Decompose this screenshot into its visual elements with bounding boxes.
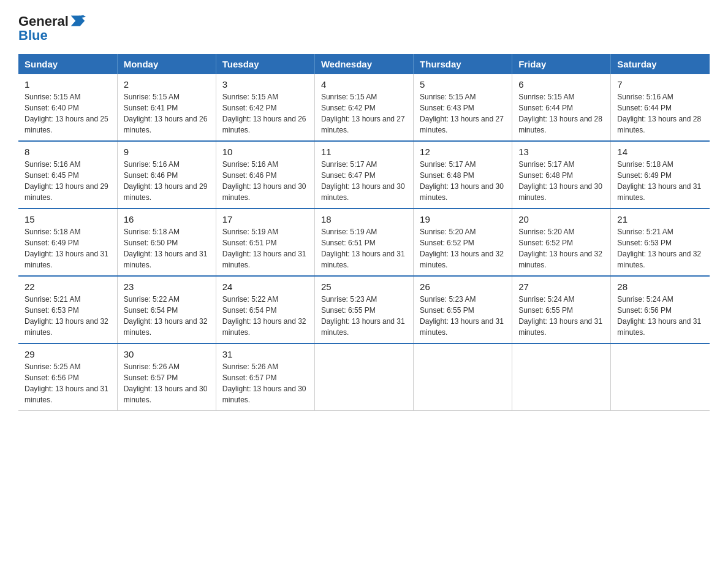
day-number: 17 bbox=[222, 214, 308, 224]
day-cell: 24 Sunrise: 5:22 AMSunset: 6:54 PMDaylig… bbox=[216, 276, 314, 343]
day-info: Sunrise: 5:15 AMSunset: 6:42 PMDaylight:… bbox=[321, 93, 405, 134]
day-number: 28 bbox=[617, 282, 703, 292]
day-number: 20 bbox=[518, 214, 604, 224]
header-cell-monday: Monday bbox=[117, 54, 216, 74]
day-info: Sunrise: 5:22 AMSunset: 6:54 PMDaylight:… bbox=[222, 295, 306, 337]
day-info: Sunrise: 5:21 AMSunset: 6:53 PMDaylight:… bbox=[25, 295, 108, 337]
day-info: Sunrise: 5:15 AMSunset: 6:42 PMDaylight:… bbox=[222, 93, 306, 134]
day-cell: 9 Sunrise: 5:16 AMSunset: 6:46 PMDayligh… bbox=[117, 141, 216, 209]
day-cell: 6 Sunrise: 5:15 AMSunset: 6:44 PMDayligh… bbox=[512, 74, 611, 141]
day-info: Sunrise: 5:23 AMSunset: 6:55 PMDaylight:… bbox=[420, 295, 504, 337]
day-cell: 2 Sunrise: 5:15 AMSunset: 6:41 PMDayligh… bbox=[117, 74, 216, 141]
day-number: 5 bbox=[420, 79, 506, 90]
day-info: Sunrise: 5:24 AMSunset: 6:56 PMDaylight:… bbox=[617, 295, 701, 337]
week-row-5: 29 Sunrise: 5:25 AMSunset: 6:56 PMDaylig… bbox=[18, 343, 710, 411]
day-number: 19 bbox=[420, 214, 506, 224]
day-info: Sunrise: 5:16 AMSunset: 6:46 PMDaylight:… bbox=[222, 160, 306, 202]
day-info: Sunrise: 5:20 AMSunset: 6:52 PMDaylight:… bbox=[420, 228, 504, 269]
day-number: 23 bbox=[124, 282, 210, 292]
header-cell-sunday: Sunday bbox=[18, 54, 117, 74]
day-cell: 13 Sunrise: 5:17 AMSunset: 6:48 PMDaylig… bbox=[512, 141, 611, 209]
day-number: 25 bbox=[321, 282, 407, 292]
day-info: Sunrise: 5:21 AMSunset: 6:53 PMDaylight:… bbox=[617, 228, 701, 269]
header-cell-thursday: Thursday bbox=[414, 54, 512, 74]
day-number: 14 bbox=[617, 147, 703, 157]
day-cell: 31 Sunrise: 5:26 AMSunset: 6:57 PMDaylig… bbox=[216, 343, 314, 411]
day-number: 10 bbox=[222, 147, 308, 157]
day-number: 2 bbox=[124, 79, 210, 90]
day-cell: 10 Sunrise: 5:16 AMSunset: 6:46 PMDaylig… bbox=[216, 141, 314, 209]
day-number: 22 bbox=[25, 282, 111, 292]
week-row-1: 1 Sunrise: 5:15 AMSunset: 6:40 PMDayligh… bbox=[18, 74, 710, 141]
day-cell: 16 Sunrise: 5:18 AMSunset: 6:50 PMDaylig… bbox=[117, 209, 216, 276]
calendar-header: SundayMondayTuesdayWednesdayThursdayFrid… bbox=[18, 54, 710, 74]
day-info: Sunrise: 5:18 AMSunset: 6:49 PMDaylight:… bbox=[25, 228, 108, 269]
header-cell-saturday: Saturday bbox=[611, 54, 710, 74]
day-cell bbox=[611, 343, 710, 411]
page-header: General Blue bbox=[18, 12, 710, 43]
day-info: Sunrise: 5:17 AMSunset: 6:48 PMDaylight:… bbox=[518, 160, 602, 202]
day-info: Sunrise: 5:22 AMSunset: 6:54 PMDaylight:… bbox=[124, 295, 208, 337]
day-number: 18 bbox=[321, 214, 407, 224]
day-info: Sunrise: 5:15 AMSunset: 6:41 PMDaylight:… bbox=[124, 93, 208, 134]
day-cell: 11 Sunrise: 5:17 AMSunset: 6:47 PMDaylig… bbox=[314, 141, 413, 209]
day-info: Sunrise: 5:25 AMSunset: 6:56 PMDaylight:… bbox=[25, 362, 108, 404]
day-number: 6 bbox=[518, 79, 604, 90]
day-number: 24 bbox=[222, 282, 308, 292]
day-cell: 4 Sunrise: 5:15 AMSunset: 6:42 PMDayligh… bbox=[314, 74, 413, 141]
day-number: 3 bbox=[222, 79, 308, 90]
day-number: 4 bbox=[321, 79, 407, 90]
day-cell: 7 Sunrise: 5:16 AMSunset: 6:44 PMDayligh… bbox=[611, 74, 710, 141]
day-cell bbox=[314, 343, 413, 411]
day-cell: 18 Sunrise: 5:19 AMSunset: 6:51 PMDaylig… bbox=[314, 209, 413, 276]
day-number: 13 bbox=[518, 147, 604, 157]
day-cell: 27 Sunrise: 5:24 AMSunset: 6:55 PMDaylig… bbox=[512, 276, 611, 343]
day-info: Sunrise: 5:18 AMSunset: 6:49 PMDaylight:… bbox=[617, 160, 701, 202]
day-cell: 23 Sunrise: 5:22 AMSunset: 6:54 PMDaylig… bbox=[117, 276, 216, 343]
logo-arrow-icon bbox=[69, 12, 86, 29]
day-cell: 22 Sunrise: 5:21 AMSunset: 6:53 PMDaylig… bbox=[18, 276, 117, 343]
day-cell: 26 Sunrise: 5:23 AMSunset: 6:55 PMDaylig… bbox=[414, 276, 512, 343]
day-number: 15 bbox=[25, 214, 111, 224]
day-info: Sunrise: 5:17 AMSunset: 6:48 PMDaylight:… bbox=[420, 160, 504, 202]
day-info: Sunrise: 5:26 AMSunset: 6:57 PMDaylight:… bbox=[124, 362, 208, 404]
day-cell: 25 Sunrise: 5:23 AMSunset: 6:55 PMDaylig… bbox=[314, 276, 413, 343]
day-info: Sunrise: 5:17 AMSunset: 6:47 PMDaylight:… bbox=[321, 160, 405, 202]
day-cell: 21 Sunrise: 5:21 AMSunset: 6:53 PMDaylig… bbox=[611, 209, 710, 276]
day-info: Sunrise: 5:19 AMSunset: 6:51 PMDaylight:… bbox=[222, 228, 306, 269]
day-number: 7 bbox=[617, 79, 703, 90]
day-number: 26 bbox=[420, 282, 506, 292]
day-cell: 8 Sunrise: 5:16 AMSunset: 6:45 PMDayligh… bbox=[18, 141, 117, 209]
day-cell: 19 Sunrise: 5:20 AMSunset: 6:52 PMDaylig… bbox=[414, 209, 512, 276]
day-cell: 3 Sunrise: 5:15 AMSunset: 6:42 PMDayligh… bbox=[216, 74, 314, 141]
day-number: 31 bbox=[222, 349, 308, 359]
day-cell: 20 Sunrise: 5:20 AMSunset: 6:52 PMDaylig… bbox=[512, 209, 611, 276]
day-info: Sunrise: 5:19 AMSunset: 6:51 PMDaylight:… bbox=[321, 228, 405, 269]
week-row-4: 22 Sunrise: 5:21 AMSunset: 6:53 PMDaylig… bbox=[18, 276, 710, 343]
day-info: Sunrise: 5:23 AMSunset: 6:55 PMDaylight:… bbox=[321, 295, 405, 337]
logo-text-blue: Blue bbox=[18, 28, 48, 43]
day-cell bbox=[512, 343, 611, 411]
day-cell: 17 Sunrise: 5:19 AMSunset: 6:51 PMDaylig… bbox=[216, 209, 314, 276]
day-cell: 30 Sunrise: 5:26 AMSunset: 6:57 PMDaylig… bbox=[117, 343, 216, 411]
day-number: 16 bbox=[124, 214, 210, 224]
day-info: Sunrise: 5:20 AMSunset: 6:52 PMDaylight:… bbox=[518, 228, 602, 269]
day-info: Sunrise: 5:16 AMSunset: 6:44 PMDaylight:… bbox=[617, 93, 701, 134]
day-info: Sunrise: 5:16 AMSunset: 6:45 PMDaylight:… bbox=[25, 160, 108, 202]
day-info: Sunrise: 5:26 AMSunset: 6:57 PMDaylight:… bbox=[222, 362, 306, 404]
day-cell: 15 Sunrise: 5:18 AMSunset: 6:49 PMDaylig… bbox=[18, 209, 117, 276]
day-cell bbox=[414, 343, 512, 411]
day-info: Sunrise: 5:18 AMSunset: 6:50 PMDaylight:… bbox=[124, 228, 208, 269]
week-row-3: 15 Sunrise: 5:18 AMSunset: 6:49 PMDaylig… bbox=[18, 209, 710, 276]
calendar-body: 1 Sunrise: 5:15 AMSunset: 6:40 PMDayligh… bbox=[18, 74, 710, 411]
header-cell-wednesday: Wednesday bbox=[314, 54, 413, 74]
day-number: 12 bbox=[420, 147, 506, 157]
day-info: Sunrise: 5:16 AMSunset: 6:46 PMDaylight:… bbox=[124, 160, 208, 202]
week-row-2: 8 Sunrise: 5:16 AMSunset: 6:45 PMDayligh… bbox=[18, 141, 710, 209]
day-cell: 14 Sunrise: 5:18 AMSunset: 6:49 PMDaylig… bbox=[611, 141, 710, 209]
day-info: Sunrise: 5:15 AMSunset: 6:40 PMDaylight:… bbox=[25, 93, 108, 134]
day-number: 27 bbox=[518, 282, 604, 292]
header-row: SundayMondayTuesdayWednesdayThursdayFrid… bbox=[18, 54, 710, 74]
header-cell-friday: Friday bbox=[512, 54, 611, 74]
day-cell: 1 Sunrise: 5:15 AMSunset: 6:40 PMDayligh… bbox=[18, 74, 117, 141]
